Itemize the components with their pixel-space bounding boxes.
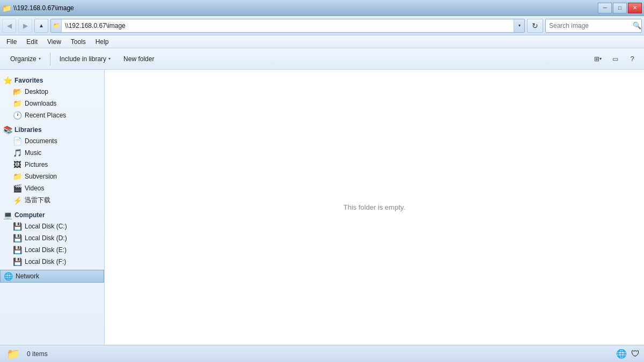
- computer-icon: 💻: [3, 211, 12, 219]
- status-network-icon: 🌐: [616, 349, 627, 359]
- drive-e-icon: [13, 246, 21, 254]
- music-icon: [13, 149, 21, 157]
- sidebar-item-local-disk-e[interactable]: Local Disk (E:): [0, 244, 104, 256]
- menu-view[interactable]: View: [43, 37, 65, 47]
- sidebar-item-videos[interactable]: Videos: [0, 182, 104, 194]
- maximize-button[interactable]: □: [613, 3, 627, 13]
- downloads-icon: [13, 99, 21, 108]
- close-button[interactable]: ✕: [628, 3, 642, 13]
- network-section: Network: [0, 270, 104, 283]
- menu-tools[interactable]: Tools: [67, 37, 90, 47]
- toolbar: Organize ▾ Include in library ▾ New fold…: [0, 48, 644, 70]
- library-arrow-icon: ▾: [108, 56, 111, 61]
- videos-icon: [13, 184, 21, 193]
- up-button[interactable]: ▲: [34, 19, 48, 33]
- sidebar-item-pictures[interactable]: Pictures: [0, 159, 104, 171]
- forward-button[interactable]: ▶: [18, 19, 32, 33]
- favorites-icon: ⭐: [3, 76, 12, 85]
- subversion-icon: [13, 172, 21, 181]
- empty-folder-message: This folder is empty.: [343, 203, 405, 211]
- include-in-library-button[interactable]: Include in library ▾: [54, 51, 116, 67]
- search-button[interactable]: 🔍: [633, 19, 641, 32]
- toolbar-separator: [50, 53, 50, 65]
- sidebar-item-desktop[interactable]: Desktop: [0, 86, 104, 98]
- search-input[interactable]: [546, 22, 633, 29]
- status-bar-right: 🌐 🛡: [616, 349, 640, 359]
- main-content: ⭐ Favorites Desktop Downloads Recent Pla…: [0, 70, 644, 345]
- address-bar: 📁 ▾: [50, 19, 525, 33]
- address-dropdown-button[interactable]: ▾: [514, 19, 524, 32]
- status-items-count: 0 items: [27, 350, 48, 358]
- drive-c-icon: [13, 222, 21, 231]
- organize-arrow-icon: ▾: [39, 56, 41, 61]
- drive-f-icon: [13, 257, 21, 266]
- sidebar-item-music[interactable]: Music: [0, 147, 104, 159]
- content-area: This folder is empty.: [105, 70, 644, 345]
- minimize-button[interactable]: ─: [598, 3, 612, 13]
- status-folder-icon: 📁: [4, 346, 21, 361]
- nav-bar: ◀ ▶ ▲ 📁 ▾ ↻ 🔍: [0, 16, 644, 35]
- status-bar: 📁 0 items 🌐 🛡: [0, 345, 644, 362]
- address-bar-icon: 📁: [51, 19, 62, 32]
- title-bar-text: \\192.168.0.67\image: [13, 4, 74, 12]
- menu-help[interactable]: Help: [91, 37, 113, 47]
- libraries-section: 📚 Libraries Documents Music Pictures Sub…: [0, 123, 104, 206]
- sidebar-item-network[interactable]: Network: [0, 270, 104, 283]
- desktop-icon: [13, 87, 21, 96]
- sidebar-item-recent-places[interactable]: Recent Places: [0, 109, 104, 121]
- favorites-section: ⭐ Favorites Desktop Downloads Recent Pla…: [0, 74, 104, 121]
- sidebar-item-local-disk-f[interactable]: Local Disk (F:): [0, 256, 104, 268]
- libraries-header[interactable]: 📚 Libraries: [0, 123, 104, 135]
- toolbar-right: ⊞ ▾ ▭ ?: [590, 52, 640, 66]
- address-input[interactable]: [62, 22, 514, 29]
- drive-d-icon: [13, 234, 21, 242]
- menu-file[interactable]: File: [2, 37, 21, 47]
- preview-pane-button[interactable]: ▭: [608, 52, 623, 66]
- refresh-button[interactable]: ↻: [527, 19, 543, 33]
- title-bar-controls: ─ □ ✕: [598, 3, 642, 13]
- menu-bar: File Edit View Tools Help: [0, 35, 644, 48]
- status-shield-icon: 🛡: [631, 349, 640, 359]
- favorites-header[interactable]: ⭐ Favorites: [0, 74, 104, 86]
- menu-edit[interactable]: Edit: [22, 37, 42, 47]
- thunder-icon: [13, 196, 21, 205]
- back-button[interactable]: ◀: [2, 19, 16, 33]
- sidebar-item-downloads[interactable]: Downloads: [0, 98, 104, 109]
- sidebar-item-thunder[interactable]: 迅雷下载: [0, 194, 104, 206]
- libraries-icon: 📚: [3, 125, 12, 134]
- new-folder-button[interactable]: New folder: [118, 51, 160, 67]
- pictures-icon: [13, 160, 21, 169]
- sidebar-item-local-disk-d[interactable]: Local Disk (D:): [0, 232, 104, 244]
- documents-icon: [13, 137, 21, 145]
- help-button[interactable]: ?: [625, 52, 640, 66]
- title-bar: 📁 \\192.168.0.67\image ─ □ ✕: [0, 0, 644, 16]
- change-view-button[interactable]: ⊞ ▾: [590, 52, 605, 66]
- sidebar-item-local-disk-c[interactable]: Local Disk (C:): [0, 220, 104, 232]
- computer-header[interactable]: 💻 Computer: [0, 209, 104, 220]
- sidebar: ⭐ Favorites Desktop Downloads Recent Pla…: [0, 70, 105, 345]
- sidebar-item-subversion[interactable]: Subversion: [0, 171, 104, 182]
- search-bar: 🔍: [545, 19, 642, 33]
- sidebar-item-documents[interactable]: Documents: [0, 135, 104, 147]
- organize-button[interactable]: Organize ▾: [4, 51, 47, 67]
- recent-places-icon: [13, 111, 21, 120]
- title-bar-icon: 📁: [2, 4, 11, 12]
- network-icon: [4, 272, 12, 280]
- computer-section: 💻 Computer Local Disk (C:) Local Disk (D…: [0, 209, 104, 268]
- title-bar-left: 📁 \\192.168.0.67\image: [2, 4, 74, 12]
